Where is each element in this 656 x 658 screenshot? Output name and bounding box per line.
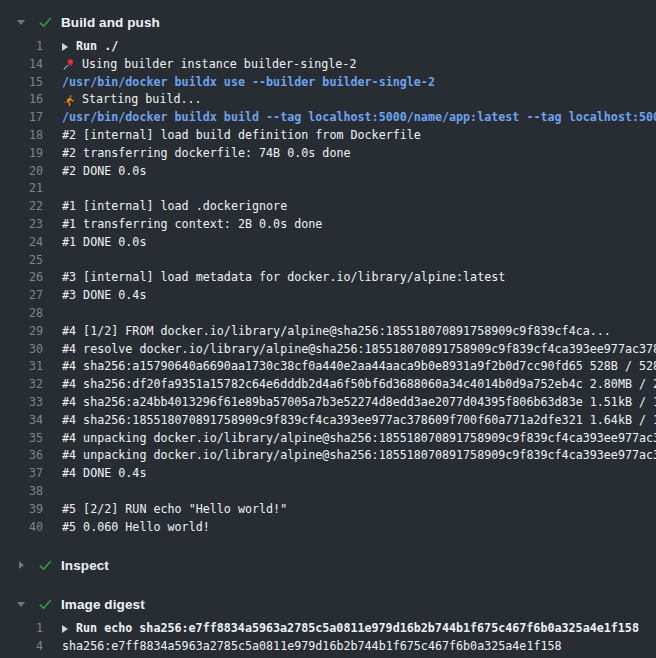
- log-line: 16 Starting build...: [0, 91, 656, 109]
- log-line: 19 #2 transferring dockerfile: 74B 0.0s …: [0, 145, 656, 163]
- line-number[interactable]: 23: [0, 216, 43, 234]
- line-number[interactable]: 18: [0, 127, 43, 145]
- log-line: 22 #1 [internal] load .dockerignore: [0, 198, 656, 216]
- line-text: Run ./: [62, 38, 656, 56]
- line-number[interactable]: 21: [0, 180, 43, 198]
- line-number[interactable]: 14: [0, 56, 43, 74]
- section-title: Image digest: [61, 597, 145, 612]
- log-line: 31 #4 sha256:a15790640a6690aa1730c38cf0a…: [0, 358, 656, 376]
- log-line: 21: [0, 180, 656, 198]
- line-text: #4 [1/2] FROM docker.io/library/alpine@s…: [62, 323, 656, 341]
- log-line: 30 #4 resolve docker.io/library/alpine@s…: [0, 341, 656, 359]
- line-number[interactable]: 26: [0, 269, 43, 287]
- log-line: 24 #1 DONE 0.0s: [0, 234, 656, 252]
- check-icon: [38, 15, 53, 30]
- log-line: 29 #4 [1/2] FROM docker.io/library/alpin…: [0, 323, 656, 341]
- line-number[interactable]: 32: [0, 376, 43, 394]
- log-line: 33 #4 sha256:a24bb4013296f61e89ba57005a7…: [0, 394, 656, 412]
- line-number[interactable]: 29: [0, 323, 43, 341]
- expand-run-icon[interactable]: [62, 625, 68, 633]
- line-text: Using builder instance builder-single-2: [62, 56, 656, 74]
- line-number[interactable]: 36: [0, 447, 43, 465]
- log-line: 34 #4 sha256:185518070891758909c9f839cf4…: [0, 412, 656, 430]
- log-line: 1 Run ./: [0, 38, 656, 56]
- section-title: Build and push: [61, 15, 160, 30]
- line-number[interactable]: 35: [0, 430, 43, 448]
- section-header-build-and-push[interactable]: Build and push: [0, 8, 656, 36]
- log-line: 20 #2 DONE 0.0s: [0, 163, 656, 181]
- line-number[interactable]: 15: [0, 74, 43, 92]
- line-number[interactable]: 30: [0, 341, 43, 359]
- check-icon: [38, 597, 53, 612]
- runner-icon: [62, 94, 75, 107]
- line-text: #4 resolve docker.io/library/alpine@sha2…: [62, 341, 656, 359]
- log-line: 14 Using builder instance builder-single…: [0, 56, 656, 74]
- line-number[interactable]: 34: [0, 412, 43, 430]
- expand-run-icon[interactable]: [62, 43, 68, 51]
- section-title: Inspect: [61, 558, 109, 573]
- line-text: sha256:e7ff8834a5963a2785c5a0811e979d16b…: [62, 638, 656, 656]
- log-line: 15 /usr/bin/docker buildx use --builder …: [0, 74, 656, 92]
- line-number[interactable]: 22: [0, 198, 43, 216]
- log-section: Inspect: [0, 551, 656, 579]
- log-line: 37 #4 DONE 0.4s: [0, 465, 656, 483]
- line-number[interactable]: 40: [0, 519, 43, 537]
- line-number[interactable]: 37: [0, 465, 43, 483]
- log-line: 17 /usr/bin/docker buildx build --tag lo…: [0, 109, 656, 127]
- log-line: 1 Run echo sha256:e7ff8834a5963a2785c5a0…: [0, 620, 656, 638]
- line-number[interactable]: 4: [0, 638, 43, 656]
- pushpin-icon: [62, 58, 75, 71]
- section-body: 1 Run echo sha256:e7ff8834a5963a2785c5a0…: [0, 618, 656, 658]
- line-text: #3 [internal] load metadata for docker.i…: [62, 269, 656, 287]
- log-line: 4 sha256:e7ff8834a5963a2785c5a0811e979d1…: [0, 638, 656, 656]
- log-line: 35 #4 unpacking docker.io/library/alpine…: [0, 430, 656, 448]
- line-number[interactable]: 20: [0, 163, 43, 181]
- line-number[interactable]: 39: [0, 501, 43, 519]
- line-text: #4 sha256:a15790640a6690aa1730c38cf0a440…: [62, 358, 656, 376]
- line-number[interactable]: 33: [0, 394, 43, 412]
- line-text: Starting build...: [62, 91, 656, 109]
- line-number[interactable]: 24: [0, 234, 43, 252]
- line-number[interactable]: 1: [0, 38, 43, 56]
- log-line: 25: [0, 252, 656, 270]
- line-text: #5 0.060 Hello world!: [62, 519, 656, 537]
- log-section: Build and push 1 Run ./ 14 Using builder…: [0, 8, 656, 540]
- log-line: 39 #5 [2/2] RUN echo "Hello world!": [0, 501, 656, 519]
- line-number[interactable]: 25: [0, 252, 43, 270]
- log-line: 36 #4 unpacking docker.io/library/alpine…: [0, 447, 656, 465]
- line-number[interactable]: 38: [0, 483, 43, 501]
- line-number[interactable]: 19: [0, 145, 43, 163]
- line-text: #4 sha256:a24bb4013296f61e89ba57005a7b3e…: [62, 394, 656, 412]
- line-number[interactable]: 27: [0, 287, 43, 305]
- line-text: #2 transferring dockerfile: 74B 0.0s don…: [62, 145, 656, 163]
- line-number[interactable]: 28: [0, 305, 43, 323]
- log-line: 26 #3 [internal] load metadata for docke…: [0, 269, 656, 287]
- log-line: 38: [0, 483, 656, 501]
- log-line: 27 #3 DONE 0.4s: [0, 287, 656, 305]
- log-line: 18 #2 [internal] load build definition f…: [0, 127, 656, 145]
- line-number[interactable]: 16: [0, 91, 43, 109]
- chevron-right-icon: [15, 561, 27, 569]
- line-text: #2 DONE 0.0s: [62, 163, 656, 181]
- line-text: #5 [2/2] RUN echo "Hello world!": [62, 501, 656, 519]
- section-header-image-digest[interactable]: Image digest: [0, 590, 656, 618]
- chevron-down-icon: [15, 20, 27, 25]
- check-icon: [38, 558, 53, 573]
- section-body: 1 Run ./ 14 Using builder instance build…: [0, 36, 656, 540]
- line-number[interactable]: 31: [0, 358, 43, 376]
- log-section: Image digest 1 Run echo sha256:e7ff8834a…: [0, 590, 656, 658]
- line-text: #4 sha256:df20fa9351a15782c64e6dddb2d4a6…: [62, 376, 656, 394]
- line-number[interactable]: 17: [0, 109, 43, 127]
- line-text: #1 transferring context: 2B 0.0s done: [62, 216, 656, 234]
- line-text: #4 sha256:185518070891758909c9f839cf4ca3…: [62, 412, 656, 430]
- line-number[interactable]: 1: [0, 620, 43, 638]
- section-header-inspect[interactable]: Inspect: [0, 551, 656, 579]
- log-line: 23 #1 transferring context: 2B 0.0s done: [0, 216, 656, 234]
- log-line: 40 #5 0.060 Hello world!: [0, 519, 656, 537]
- line-text: #3 DONE 0.4s: [62, 287, 656, 305]
- line-text: #4 unpacking docker.io/library/alpine@sh…: [62, 447, 656, 465]
- log-line: 28: [0, 305, 656, 323]
- line-text: /usr/bin/docker buildx use --builder bui…: [62, 74, 656, 92]
- log-line: 32 #4 sha256:df20fa9351a15782c64e6dddb2d…: [0, 376, 656, 394]
- line-text: #4 unpacking docker.io/library/alpine@sh…: [62, 430, 656, 448]
